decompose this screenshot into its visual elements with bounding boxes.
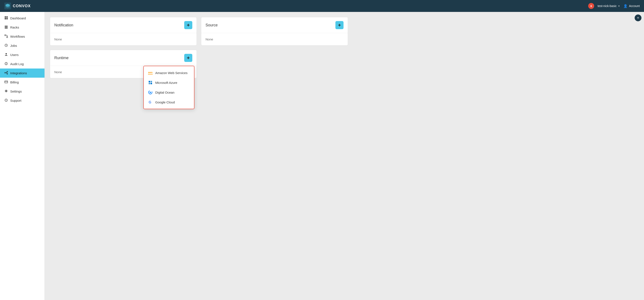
sidebar-item-dashboard[interactable]: Dashboard [0, 14, 44, 23]
sidebar-label-audit-log: Audit Log [10, 62, 24, 66]
notification-card-title: Notification [54, 23, 73, 27]
sidebar-label-users: Users [10, 53, 18, 57]
svg-rect-6 [5, 27, 8, 27]
settings-icon [4, 89, 8, 93]
account-selector-label: test-nick-basic [598, 4, 616, 8]
sidebar-item-workflows[interactable]: Workflows [0, 32, 44, 41]
racks-icon [4, 25, 8, 29]
aws-icon: aws [148, 70, 153, 75]
runtime-value: None [54, 70, 62, 74]
runtime-card: Runtime aws [50, 50, 197, 78]
digitalocean-label: Digital Ocean [155, 91, 174, 94]
notification-card: Notification None [50, 17, 197, 45]
runtime-dropdown: aws Amazon Web Services [143, 66, 194, 109]
logo-area: CONVOX [4, 2, 31, 9]
sidebar-label-workflows: Workflows [10, 35, 25, 38]
notification-add-button[interactable] [184, 21, 192, 29]
logo-text: CONVOX [13, 4, 31, 8]
sidebar-label-integrations: Integrations [10, 71, 27, 75]
gcloud-label: Google Cloud [155, 100, 175, 104]
user-icon: 👤 [623, 4, 628, 8]
sidebar: Dashboard Racks Workflows Jobs Users [0, 12, 45, 300]
azure-label: Microsoft Azure [155, 81, 177, 84]
sidebar-label-billing: Billing [10, 80, 19, 84]
integrations-icon [4, 71, 8, 75]
svg-rect-7 [5, 28, 8, 28]
audit-log-icon [4, 62, 8, 66]
convox-logo-icon [4, 2, 11, 9]
svg-point-15 [7, 71, 8, 72]
integrations-grid: Notification None Source [50, 17, 348, 78]
source-value: None [206, 37, 213, 41]
svg-rect-5 [5, 26, 8, 26]
workflows-icon [4, 34, 8, 38]
notification-card-header: Notification [50, 17, 196, 33]
svg-point-29 [150, 92, 151, 93]
svg-rect-17 [5, 81, 8, 83]
source-card-title: Source [206, 23, 218, 27]
sidebar-item-jobs[interactable]: Jobs [0, 41, 44, 50]
google-cloud-icon: G [148, 100, 153, 104]
notification-value: None [54, 37, 62, 41]
users-icon [4, 53, 8, 57]
svg-rect-9 [6, 37, 8, 38]
sidebar-item-billing[interactable]: Billing [0, 78, 44, 87]
sidebar-label-jobs: Jobs [10, 44, 17, 47]
sidebar-label-dashboard: Dashboard [10, 16, 26, 20]
sidebar-item-users[interactable]: Users [0, 50, 44, 59]
source-card-content: None [201, 33, 348, 45]
account-button[interactable]: 👤 Account [623, 4, 640, 8]
runtime-card-header: Runtime aws [50, 50, 196, 66]
svg-rect-8 [5, 35, 6, 36]
app-header: CONVOX 6 test-nick-basic ▼ 👤 Account [0, 0, 644, 12]
support-icon [4, 98, 8, 103]
sidebar-label-support: Support [10, 99, 22, 102]
source-add-button[interactable] [336, 21, 344, 29]
dropdown-item-gcloud[interactable]: G Google Cloud [144, 97, 194, 107]
sidebar-item-settings[interactable]: Settings [0, 87, 44, 96]
svg-text:G: G [149, 100, 151, 104]
billing-icon [4, 80, 8, 84]
sidebar-item-support[interactable]: Support [0, 96, 44, 105]
account-button-label: Account [629, 4, 640, 8]
account-selector[interactable]: test-nick-basic ▼ [598, 4, 620, 8]
notification-badge[interactable]: 6 [588, 3, 594, 9]
jobs-icon [4, 44, 8, 48]
svg-rect-4 [6, 18, 8, 19]
svg-rect-3 [5, 18, 6, 19]
dropdown-item-azure[interactable]: Microsoft Azure [144, 78, 194, 87]
aws-label: Amazon Web Services [155, 71, 188, 75]
svg-point-13 [6, 64, 6, 64]
notification-card-content: None [50, 33, 196, 45]
dropdown-item-aws[interactable]: aws Amazon Web Services [144, 68, 194, 78]
sidebar-item-integrations[interactable]: Integrations [0, 68, 44, 78]
sidebar-item-racks[interactable]: Racks [0, 23, 44, 32]
svg-rect-1 [5, 16, 6, 18]
svg-point-16 [7, 73, 8, 74]
svg-point-11 [6, 53, 7, 54]
sidebar-item-audit-log[interactable]: Audit Log [0, 59, 44, 68]
dashboard-icon [4, 16, 8, 20]
corner-add-button[interactable]: + [635, 14, 642, 21]
chevron-down-icon: ▼ [618, 5, 620, 7]
azure-icon [148, 80, 153, 85]
runtime-card-title: Runtime [54, 56, 68, 60]
source-card-header: Source [201, 17, 348, 33]
main-content: + Notification None Source [45, 12, 644, 300]
svg-rect-2 [6, 16, 8, 18]
svg-point-21 [6, 101, 6, 101]
svg-point-14 [5, 72, 6, 73]
runtime-add-button[interactable]: aws Amazon Web Services [184, 54, 192, 62]
header-right: 6 test-nick-basic ▼ 👤 Account [588, 3, 640, 9]
dropdown-item-digitalocean[interactable]: Digital Ocean [144, 87, 194, 97]
source-card: Source None [201, 17, 348, 45]
digitalocean-icon [148, 90, 153, 95]
main-layout: Dashboard Racks Workflows Jobs Users [0, 12, 644, 300]
sidebar-label-racks: Racks [10, 25, 19, 29]
sidebar-label-settings: Settings [10, 90, 22, 93]
